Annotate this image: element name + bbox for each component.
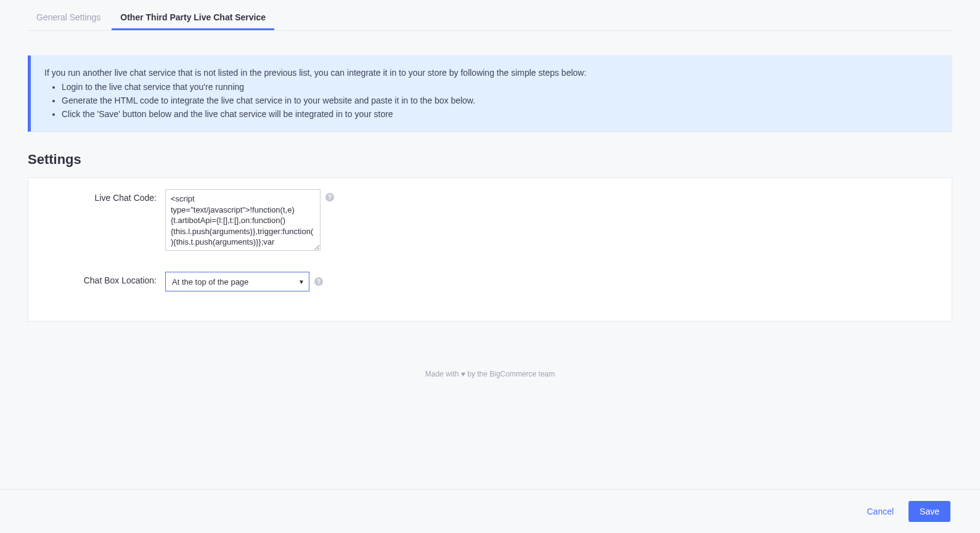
tabs: General Settings Other Third Party Live … — [28, 0, 952, 31]
info-box: If you run another live chat service tha… — [28, 55, 952, 132]
footer-credit: Made with ♥ by the BigCommerce team — [0, 370, 980, 378]
help-icon[interactable]: ? — [314, 277, 323, 286]
live-chat-code-label: Live Chat Code: — [42, 189, 165, 203]
action-bar: Cancel Save — [0, 489, 980, 533]
help-icon[interactable]: ? — [325, 193, 334, 201]
settings-panel: Live Chat Code: ? Chat Box Location: At … — [28, 177, 952, 322]
save-button[interactable]: Save — [909, 501, 950, 522]
live-chat-code-textarea[interactable] — [165, 189, 321, 251]
info-intro: If you run another live chat service tha… — [44, 67, 938, 79]
chat-box-location-label: Chat Box Location: — [42, 272, 165, 285]
tab-other-third-party[interactable]: Other Third Party Live Chat Service — [112, 6, 274, 30]
cancel-button[interactable]: Cancel — [863, 502, 897, 521]
info-step-1: Login to the live chat service that you'… — [62, 81, 938, 94]
section-title-settings: Settings — [28, 152, 952, 168]
chat-box-location-select[interactable]: At the top of the page — [165, 272, 309, 291]
heart-icon: ♥ — [461, 370, 465, 378]
tab-general-settings[interactable]: General Settings — [28, 6, 109, 30]
info-step-2: Generate the HTML code to integrate the … — [62, 94, 938, 107]
info-step-3: Click the 'Save' button below and the li… — [62, 108, 938, 121]
